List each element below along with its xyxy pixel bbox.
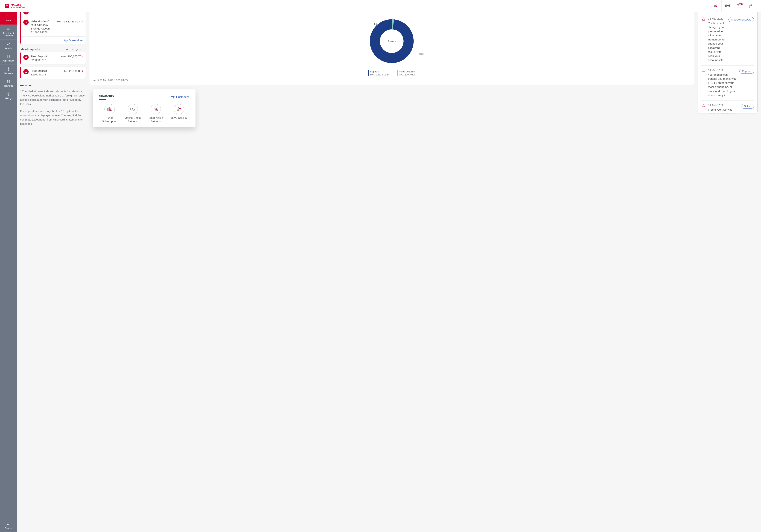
- brand-name-english: DAH SING BANK: [11, 7, 25, 8]
- brand-logo[interactable]: 大新銀行 DAH SING BANK: [5, 4, 25, 8]
- svg-point-2: [714, 6, 715, 7]
- mail-badge: 99+: [738, 3, 743, 5]
- svg-point-1: [716, 5, 717, 6]
- mail-button[interactable]: 99+: [733, 0, 745, 12]
- brand-mark-icon: [5, 4, 10, 8]
- svg-point-0: [714, 5, 715, 6]
- lock-icon: [749, 4, 752, 8]
- svg-point-3: [716, 6, 717, 7]
- language-switch[interactable]: 繁體: [722, 0, 733, 12]
- brand-name-chinese: 大新銀行: [11, 4, 25, 7]
- apps-icon: [714, 4, 718, 8]
- svg-rect-5: [749, 6, 752, 8]
- lock-button[interactable]: [745, 0, 756, 12]
- apps-button[interactable]: [710, 0, 722, 12]
- top-bar: 大新銀行 DAH SING BANK 繁體 99+: [0, 0, 761, 12]
